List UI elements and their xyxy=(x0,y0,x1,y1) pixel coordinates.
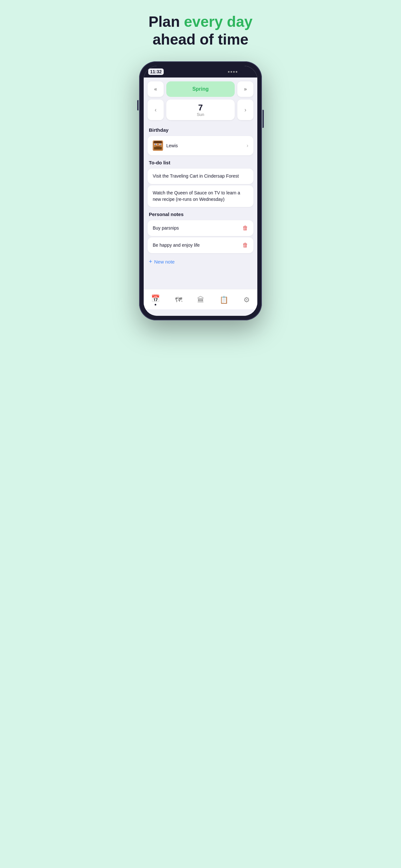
status-icons: ∿ xyxy=(228,69,251,74)
todo-text-2: Watch the Queen of Sauce on TV to learn … xyxy=(153,190,248,203)
nav-notebook-item[interactable]: 📋 xyxy=(216,294,232,306)
svg-rect-9 xyxy=(154,147,162,150)
headline: Plan every day ahead of time xyxy=(149,13,252,49)
side-button-left xyxy=(137,100,138,111)
svg-rect-11 xyxy=(160,146,161,146)
todo-card-1: Visit the Traveling Cart in Cindersap Fo… xyxy=(148,168,253,184)
note-text-1: Buy parsnips xyxy=(153,225,240,231)
nav-calendar-item[interactable]: 📅 xyxy=(148,293,163,307)
delete-note-1-button[interactable]: 🗑 xyxy=(243,225,248,231)
todo-section-label: To-do list xyxy=(144,157,257,167)
nav-map-item[interactable]: 🗺 xyxy=(172,294,185,306)
calendar-icon: 📅 xyxy=(151,294,160,303)
season-label[interactable]: Spring xyxy=(166,82,235,97)
notebook-icon: 📋 xyxy=(220,296,228,304)
wifi-icon: ∿ xyxy=(239,69,242,74)
birthday-avatar xyxy=(153,141,163,151)
svg-rect-10 xyxy=(155,146,156,146)
bottom-nav: 📅 🗺 🏛 📋 ⚙ xyxy=(144,289,257,309)
birthday-chevron-icon: › xyxy=(247,143,248,149)
status-time: 11:32 xyxy=(148,68,164,75)
status-bar: 11:32 ∿ xyxy=(144,66,257,78)
season-nav-row: « Spring » xyxy=(144,78,257,99)
headline-green: every day xyxy=(184,13,252,30)
prev-season-button[interactable]: « xyxy=(148,82,164,97)
date-number: 7 xyxy=(198,103,203,113)
settings-icon: ⚙ xyxy=(243,296,250,304)
notch-cutout xyxy=(180,66,221,75)
date-center: 7 Sun xyxy=(166,99,235,120)
next-season-button[interactable]: » xyxy=(237,82,253,97)
next-day-button[interactable]: › xyxy=(237,99,253,120)
nav-settings-item[interactable]: ⚙ xyxy=(240,294,253,306)
note-card-2: Be happy and enjoy life 🗑 xyxy=(148,237,253,253)
signal-dots xyxy=(228,71,237,73)
headline-line2: ahead of time xyxy=(153,31,249,48)
signal-dot-1 xyxy=(228,71,229,73)
headline-normal: Plan xyxy=(149,13,184,30)
side-button-right xyxy=(263,110,264,128)
headline-text: Plan every day ahead of time xyxy=(149,13,252,49)
svg-rect-6 xyxy=(155,144,156,145)
signal-dot-2 xyxy=(230,71,232,73)
content-spacer xyxy=(144,267,257,286)
birthday-name: Lewis xyxy=(166,143,244,149)
delete-note-2-button[interactable]: 🗑 xyxy=(243,242,248,249)
date-day: Sun xyxy=(197,112,204,117)
phone-frame: 11:32 ∿ « Spring xyxy=(139,61,262,320)
todo-text-1: Visit the Traveling Cart in Cindersap Fo… xyxy=(153,173,248,180)
app-content: « Spring » ‹ 7 Sun › Birthday xyxy=(144,78,257,316)
battery-icon xyxy=(244,70,251,73)
svg-rect-8 xyxy=(156,146,160,147)
new-note-row[interactable]: + New note xyxy=(144,254,257,267)
note-card-1: Buy parsnips 🗑 xyxy=(148,220,253,236)
todo-card-2: Watch the Queen of Sauce on TV to learn … xyxy=(148,185,253,207)
notes-section-label: Personal notes xyxy=(144,208,257,219)
calendar-active-dot xyxy=(155,304,156,306)
birthday-section-label: Birthday xyxy=(144,124,257,135)
birthday-card[interactable]: Lewis › xyxy=(148,136,253,155)
signal-dot-3 xyxy=(233,71,235,73)
page-wrapper: Plan every day ahead of time 11:32 ∿ xyxy=(120,13,281,320)
svg-rect-1 xyxy=(154,141,162,143)
date-nav-row: ‹ 7 Sun › xyxy=(144,99,257,124)
svg-rect-2 xyxy=(153,143,162,143)
signal-dot-4 xyxy=(236,71,237,73)
svg-rect-7 xyxy=(160,144,160,145)
prev-day-button[interactable]: ‹ xyxy=(148,99,164,120)
new-note-plus-icon: + xyxy=(149,258,152,265)
note-text-2: Be happy and enjoy life xyxy=(153,242,240,249)
map-icon: 🗺 xyxy=(175,296,182,304)
phone-screen: 11:32 ∿ « Spring xyxy=(144,66,257,316)
store-icon: 🏛 xyxy=(197,296,204,304)
new-note-label: New note xyxy=(154,259,175,265)
nav-store-item[interactable]: 🏛 xyxy=(194,294,208,306)
